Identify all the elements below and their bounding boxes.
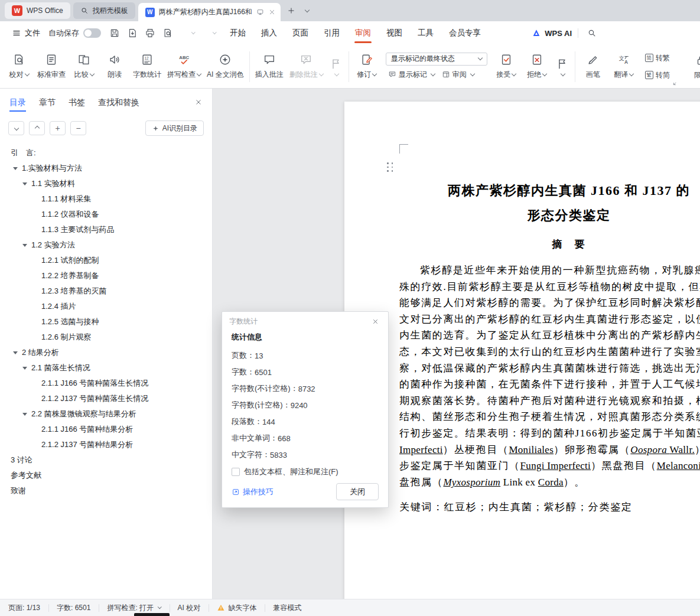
spell-check-button[interactable]: 拼写检查 xyxy=(164,48,204,86)
insert-comment-button[interactable]: 插入批注 xyxy=(252,48,286,86)
panel-tab-书签[interactable]: 书签 xyxy=(69,89,85,116)
toc-item[interactable]: 1.2.5 选菌与接种 xyxy=(0,314,212,330)
pen-button[interactable]: 画笔 xyxy=(578,48,608,86)
toc-item[interactable]: 1.实验材料与方法 xyxy=(0,161,212,176)
zoom-out-button[interactable]: − xyxy=(70,121,86,135)
track-changes-button[interactable]: 修订 xyxy=(351,48,382,86)
toc-item[interactable]: 1.1.2 仪器和设备 xyxy=(0,207,212,222)
toc-item[interactable]: 1.2.3 培养基的灭菌 xyxy=(0,283,212,299)
ai-catalog-button[interactable]: AI识别目录 xyxy=(145,120,204,136)
toc-item[interactable]: 2.1.2 J137 号菌种结果分析 xyxy=(0,437,212,452)
toc-item[interactable]: 2.1.2 J137 号菌种菌落生长情况 xyxy=(0,391,212,406)
close-button[interactable]: 关闭 xyxy=(336,483,379,500)
markup-state-dropdown[interactable]: 显示标记的最终状态 xyxy=(386,53,487,66)
toc-item[interactable]: 1.1.1 材料采集 xyxy=(0,191,212,207)
close-tab-icon[interactable] xyxy=(268,8,276,16)
reject-button[interactable]: 拒绝 xyxy=(522,48,552,86)
checkbox-icon[interactable] xyxy=(232,468,240,476)
toc-item[interactable]: 2.1.1 J166 号菌种菌落生长情况 xyxy=(0,376,212,391)
toc-item[interactable]: 2.1.1 J166 号菌种结果分析 xyxy=(0,422,212,437)
next-change-button[interactable] xyxy=(552,48,572,86)
menu-tab-页面[interactable]: 页面 xyxy=(285,21,316,45)
word-count-indicator[interactable]: 字数: 6501 xyxy=(48,599,99,616)
panel-tab-查找和替换[interactable]: 查找和替换 xyxy=(98,89,139,116)
close-panel-button[interactable] xyxy=(192,96,205,109)
next-comment-button[interactable] xyxy=(326,48,346,86)
wps-ai-button[interactable]: WPS AI xyxy=(532,28,572,38)
toc-item[interactable]: 1.1 实验材料 xyxy=(0,176,212,191)
toc-item[interactable]: 1.2.4 插片 xyxy=(0,299,212,314)
missing-font-warning[interactable]: 缺失字体 xyxy=(209,599,265,616)
collapse-arrow-icon[interactable] xyxy=(13,167,18,170)
review-pane-button[interactable]: 审阅 xyxy=(439,69,477,81)
collapse-arrow-icon[interactable] xyxy=(22,244,27,247)
toc-item[interactable]: 3 讨论 xyxy=(0,452,212,468)
tab-template-search[interactable]: 找稻壳模板 xyxy=(73,2,135,19)
proofread-button[interactable]: 校对 xyxy=(4,48,34,86)
collapse-all-button[interactable] xyxy=(8,121,24,135)
dialog-header[interactable]: 字数统计 xyxy=(222,312,388,331)
word-count-button[interactable]: 字数统计 xyxy=(130,48,164,86)
collapse-arrow-icon[interactable] xyxy=(22,182,27,185)
new-tab-button[interactable] xyxy=(284,3,299,18)
print-preview-button[interactable] xyxy=(160,25,175,41)
undo-button[interactable] xyxy=(178,25,197,41)
document-page[interactable]: 两株产紫杉醇内生真菌 J166 和 J137 的 形态分类鉴定 摘 要 紫杉醇是… xyxy=(344,102,700,599)
read-aloud-button[interactable]: 朗读 xyxy=(99,48,130,86)
file-menu[interactable]: 文件 xyxy=(7,24,45,42)
menu-tab-插入[interactable]: 插入 xyxy=(253,21,285,45)
include-textbox-checkbox[interactable]: 包括文本框、脚注和尾注(F) xyxy=(232,467,379,477)
restrict-button[interactable]: 限制 xyxy=(686,48,700,86)
toc-item[interactable]: 参考文献 xyxy=(0,468,212,483)
collapse-arrow-icon[interactable] xyxy=(22,413,27,416)
paragraph-drag-handle-icon[interactable] xyxy=(387,162,394,172)
collapse-arrow-icon[interactable] xyxy=(13,351,18,354)
export-button[interactable] xyxy=(125,25,140,41)
toc-item[interactable]: 2.2 菌株显微镜观察与结果分析 xyxy=(0,406,212,422)
save-button[interactable] xyxy=(107,25,122,41)
zoom-in-button[interactable]: + xyxy=(50,121,66,135)
toc-item[interactable]: 引 言: xyxy=(0,145,212,161)
print-button[interactable] xyxy=(142,25,158,41)
collapse-arrow-icon[interactable] xyxy=(22,367,27,370)
autosave-toggle[interactable] xyxy=(83,28,101,38)
toc-item[interactable]: 1.2.1 试剂的配制 xyxy=(0,253,212,268)
menu-tab-会员专享[interactable]: 会员专享 xyxy=(441,21,489,45)
panel-tab-目录[interactable]: 目录 xyxy=(9,89,26,116)
tab-document[interactable]: W 两株产紫杉醇内生真菌J166和 xyxy=(138,3,281,21)
toc-item[interactable]: 1.2 实验方法 xyxy=(0,237,212,253)
close-dialog-button[interactable] xyxy=(369,315,381,327)
toc-item[interactable]: 1.2.2 培养基制备 xyxy=(0,268,212,283)
menu-tab-开始[interactable]: 开始 xyxy=(222,21,253,45)
menu-tab-视图[interactable]: 视图 xyxy=(379,21,410,45)
toc-item[interactable]: 致谢 xyxy=(0,483,212,498)
tab-list-button[interactable] xyxy=(299,3,314,18)
tips-link[interactable]: 操作技巧 xyxy=(232,487,274,497)
translate-button[interactable]: 翻译 xyxy=(608,48,639,86)
menu-tab-工具[interactable]: 工具 xyxy=(410,21,441,45)
redo-button[interactable] xyxy=(199,25,218,41)
show-markup-button[interactable]: 显示标记 xyxy=(386,69,437,81)
to-traditional-button[interactable]: 简 转繁 xyxy=(643,52,672,64)
compare-button[interactable]: 比较 xyxy=(69,48,99,86)
ribbon-expand-icon[interactable] xyxy=(672,79,679,86)
delete-comment-button[interactable]: 删除批注 xyxy=(286,48,326,86)
toc-item[interactable]: 1.2.6 制片观察 xyxy=(0,330,212,345)
search-button[interactable] xyxy=(584,25,600,41)
accept-button[interactable]: 接受 xyxy=(491,48,522,86)
ai-polish-button[interactable]: AI 全文润色 xyxy=(204,48,247,86)
to-simplified-button[interactable]: 繁 转简 xyxy=(643,69,672,82)
expand-all-button[interactable] xyxy=(29,121,45,135)
toc-item[interactable]: 1.1.3 主要试剂与药品 xyxy=(0,222,212,237)
standard-review-button[interactable]: 标准审查 xyxy=(34,48,69,86)
ai-proofread-indicator[interactable]: AI 校对 xyxy=(170,599,209,616)
menu-tab-引用[interactable]: 引用 xyxy=(316,21,347,45)
tab-wps-home[interactable]: W WPS Office xyxy=(5,2,70,19)
page-indicator[interactable]: 页面: 1/13 xyxy=(7,599,48,616)
menu-tab-审阅[interactable]: 审阅 xyxy=(347,21,379,45)
monitor-icon[interactable] xyxy=(256,8,264,16)
toc-item[interactable]: 2 结果分析 xyxy=(0,345,212,360)
panel-tab-章节[interactable]: 章节 xyxy=(39,89,56,116)
toc-item[interactable]: 2.1 菌落生长情况 xyxy=(0,360,212,376)
compatibility-mode-indicator[interactable]: 兼容模式 xyxy=(265,599,310,616)
